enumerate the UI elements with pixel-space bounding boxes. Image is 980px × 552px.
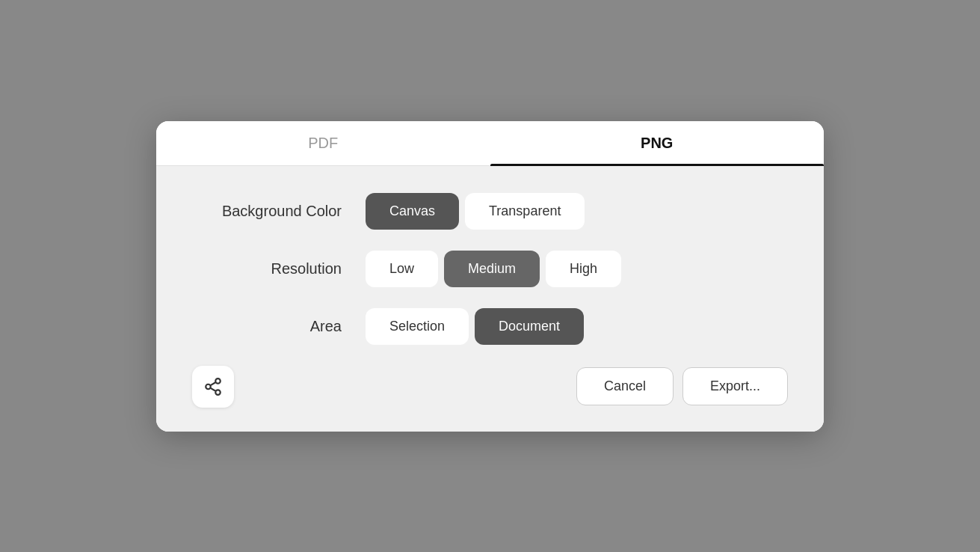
export-button[interactable]: Export... [682, 367, 788, 405]
area-options: Selection Document [366, 308, 584, 345]
tab-bar: PDF PNG [156, 121, 824, 166]
area-row: Area Selection Document [192, 308, 788, 345]
background-color-options: Canvas Transparent [366, 193, 585, 230]
tab-pdf[interactable]: PDF [156, 121, 490, 165]
resolution-medium-button[interactable]: Medium [444, 251, 540, 287]
resolution-options: Low Medium High [366, 251, 621, 287]
resolution-low-button[interactable]: Low [366, 251, 438, 287]
cancel-button[interactable]: Cancel [576, 367, 674, 405]
footer-actions: Cancel Export... [576, 367, 788, 405]
share-button[interactable] [192, 366, 234, 408]
dialog-body: Background Color Canvas Transparent Reso… [156, 166, 824, 432]
bg-transparent-button[interactable]: Transparent [465, 193, 585, 230]
background-color-label: Background Color [192, 203, 342, 220]
export-dialog: PDF PNG Background Color Canvas Transpar… [156, 121, 824, 432]
resolution-high-button[interactable]: High [546, 251, 621, 287]
bg-canvas-button[interactable]: Canvas [366, 193, 459, 230]
share-icon [203, 377, 223, 396]
resolution-label: Resolution [192, 260, 342, 277]
area-label: Area [192, 318, 342, 335]
tab-png[interactable]: PNG [490, 121, 825, 165]
area-selection-button[interactable]: Selection [366, 308, 469, 345]
area-document-button[interactable]: Document [475, 308, 584, 345]
dialog-footer: Cancel Export... [192, 366, 788, 408]
background-color-row: Background Color Canvas Transparent [192, 193, 788, 230]
resolution-row: Resolution Low Medium High [192, 251, 788, 287]
